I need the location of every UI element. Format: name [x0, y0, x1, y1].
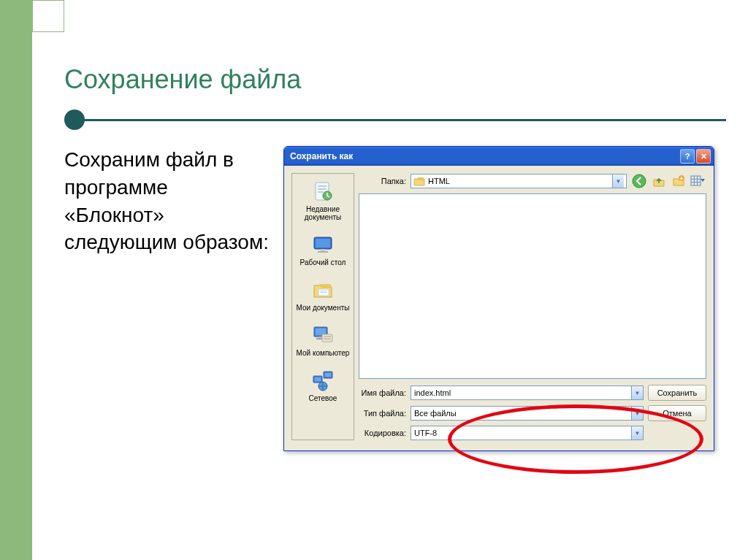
desktop-icon: [311, 233, 335, 256]
svg-rect-1: [318, 185, 327, 187]
slide-left-accent: [0, 0, 32, 560]
save-as-dialog: Сохранить как ? ✕ Недавние документы: [283, 146, 714, 451]
slide-title: Сохранение файла: [64, 64, 726, 95]
back-arrow-icon: [632, 174, 646, 188]
svg-rect-18: [324, 338, 331, 340]
svg-rect-7: [321, 249, 325, 251]
places-network[interactable]: Сетевое: [292, 363, 354, 408]
dialog-titlebar[interactable]: Сохранить как ? ✕: [284, 147, 714, 166]
recent-docs-icon: [311, 180, 335, 203]
places-recent-label: Недавние документы: [294, 205, 352, 221]
folder-label: Папка:: [359, 177, 406, 185]
svg-rect-27: [691, 176, 701, 185]
svg-point-24: [633, 174, 646, 188]
svg-rect-10: [320, 291, 327, 291]
chevron-down-icon[interactable]: ▼: [631, 386, 643, 399]
new-folder-button[interactable]: ✦: [671, 173, 687, 189]
save-button[interactable]: Сохранить: [648, 385, 706, 401]
svg-rect-11: [320, 292, 327, 293]
encoding-dropdown[interactable]: UTF-8 ▼: [411, 426, 644, 440]
svg-rect-6: [316, 239, 330, 248]
view-menu-button[interactable]: [690, 173, 706, 189]
file-list-area[interactable]: [359, 193, 706, 379]
view-grid-icon: [690, 174, 706, 188]
mydocs-icon: [311, 278, 335, 302]
chevron-down-icon[interactable]: ▼: [631, 426, 643, 440]
mycomputer-icon: [311, 323, 335, 347]
svg-rect-8: [318, 251, 328, 253]
dialog-title: Сохранить как: [290, 151, 680, 161]
chevron-down-icon[interactable]: ▼: [612, 174, 624, 188]
svg-rect-2: [318, 188, 327, 190]
svg-text:✦: ✦: [679, 176, 684, 181]
places-mydocs-label: Мои документы: [297, 304, 350, 312]
network-icon: [311, 369, 335, 392]
places-mycomputer-label: Мой компьютер: [297, 349, 350, 357]
help-button[interactable]: ?: [680, 149, 695, 164]
places-desktop-label: Рабочий стол: [300, 258, 346, 266]
folder-value: HTML: [428, 177, 609, 185]
close-button[interactable]: ✕: [696, 149, 711, 164]
filetype-label: Тип файла:: [359, 409, 406, 418]
title-underline: [64, 110, 726, 124]
back-button[interactable]: [631, 173, 647, 189]
places-mydocs[interactable]: Мои документы: [292, 272, 354, 318]
svg-rect-3: [318, 191, 324, 193]
filename-label: Имя файла:: [359, 388, 406, 397]
places-network-label: Сетевое: [309, 394, 337, 402]
new-folder-icon: ✦: [672, 174, 685, 188]
slide-body-text: Сохраним файл в программе «Блокнот» след…: [64, 146, 269, 451]
up-button[interactable]: [651, 173, 667, 189]
svg-rect-22: [325, 373, 331, 377]
svg-rect-20: [315, 377, 321, 381]
cancel-button[interactable]: Отмена: [648, 405, 706, 421]
svg-rect-17: [324, 336, 331, 337]
encoding-value: UTF-8: [414, 429, 631, 437]
filename-value: index.html: [414, 388, 631, 397]
places-bar: Недавние документы Рабочий стол: [291, 173, 354, 440]
folder-up-icon: [652, 174, 665, 188]
chevron-down-icon[interactable]: ▼: [631, 407, 643, 420]
places-recent[interactable]: Недавние документы: [292, 174, 354, 227]
filename-input[interactable]: index.html ▼: [411, 386, 644, 400]
folder-icon: [413, 176, 425, 186]
places-desktop[interactable]: Рабочий стол: [292, 227, 354, 272]
slide-corner-square: [32, 0, 64, 32]
filetype-value: Все файлы: [414, 409, 631, 418]
folder-dropdown[interactable]: HTML ▼: [411, 174, 627, 188]
places-mycomputer[interactable]: Мой компьютер: [292, 318, 354, 363]
filetype-dropdown[interactable]: Все файлы ▼: [411, 406, 644, 421]
encoding-label: Кодировка:: [359, 429, 406, 437]
